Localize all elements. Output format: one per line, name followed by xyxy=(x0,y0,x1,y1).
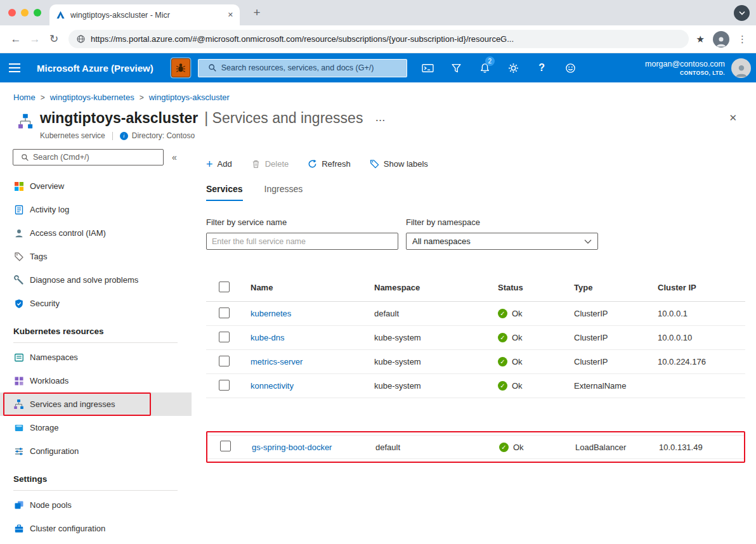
bookmark-star-icon[interactable]: ★ xyxy=(696,34,705,45)
sidebar-item-label: Diagnose and solve problems xyxy=(30,275,138,285)
namespace-filter-value: All namespaces xyxy=(412,236,471,246)
add-button[interactable]: + Add xyxy=(206,159,232,169)
person-icon xyxy=(13,228,24,238)
column-header-name[interactable]: Name xyxy=(251,283,374,292)
service-name-filter-label: Filter by service name xyxy=(206,217,398,227)
globe-icon xyxy=(76,34,86,44)
info-icon: i xyxy=(120,132,128,140)
tab-ingresses[interactable]: Ingresses xyxy=(264,184,303,201)
sidebar-item-services-and-ingresses[interactable]: Services and ingresses xyxy=(0,392,192,416)
namespace-filter-select[interactable]: All namespaces xyxy=(406,233,598,250)
column-header-cluster-ip[interactable]: Cluster IP xyxy=(658,283,745,292)
back-icon[interactable]: ← xyxy=(6,33,25,46)
filter-funnel-icon xyxy=(451,63,462,74)
sidebar-item-namespaces[interactable]: Namespaces xyxy=(0,346,192,369)
breadcrumb-separator: > xyxy=(140,93,144,102)
kubernetes-service-icon xyxy=(17,113,34,140)
settings-button[interactable] xyxy=(499,53,528,82)
sidebar-item-label: Security xyxy=(30,299,60,308)
collapse-menu-icon[interactable]: « xyxy=(172,152,177,162)
breadcrumb: Home > wingtiptoys-kubernetes > wingtipt… xyxy=(0,82,756,102)
service-link[interactable]: gs-spring-boot-docker xyxy=(252,443,332,452)
storage-icon xyxy=(13,422,24,433)
resource-menu: Search (Cmd+/) « Overview Activity log xyxy=(0,149,192,540)
show-labels-button[interactable]: Show labels xyxy=(370,159,428,169)
status-text: Ok xyxy=(512,381,523,391)
new-tab-button[interactable]: + xyxy=(249,6,265,20)
sidebar-item-overview[interactable]: Overview xyxy=(0,174,192,198)
browser-tab[interactable]: wingtiptoys-akscluster - Micr ✕ xyxy=(49,4,240,25)
sidebar-item-workloads[interactable]: Workloads xyxy=(0,369,192,392)
directory-filter-button[interactable] xyxy=(442,53,471,82)
page-title: wingtiptoys-akscluster xyxy=(40,110,198,127)
zoom-window-button[interactable] xyxy=(34,9,41,16)
browser-profile-menu-icon[interactable] xyxy=(734,5,750,21)
feedback-button[interactable] xyxy=(556,53,585,82)
azure-brand[interactable]: Microsoft Azure (Preview) xyxy=(37,63,153,74)
help-button[interactable]: ? xyxy=(528,53,556,82)
row-select-checkbox[interactable] xyxy=(219,380,230,391)
service-link[interactable]: konnectivity xyxy=(251,381,294,391)
table-row: kube-dns kube-system ✓Ok ClusterIP 10.0.… xyxy=(206,326,745,350)
refresh-button[interactable]: Refresh xyxy=(308,159,351,169)
column-header-type[interactable]: Type xyxy=(574,283,658,292)
bug-report-button[interactable] xyxy=(171,58,190,77)
window-controls xyxy=(8,9,41,16)
sidebar-search-input[interactable]: Search (Cmd+/) xyxy=(13,149,164,165)
notifications-button[interactable]: 2 xyxy=(471,53,499,82)
service-name-filter-input[interactable] xyxy=(206,233,398,250)
shield-icon xyxy=(13,298,24,309)
column-header-status[interactable]: Status xyxy=(498,283,574,292)
sidebar-item-label: Overview xyxy=(30,181,64,191)
services-ingresses-icon xyxy=(13,399,24,410)
breadcrumb-current[interactable]: wingtiptoys-akscluster xyxy=(149,93,230,102)
close-window-button[interactable] xyxy=(8,9,16,16)
account-info[interactable]: morgan@contoso.com CONTOSO, LTD. xyxy=(645,59,725,76)
search-icon xyxy=(21,153,29,162)
sidebar-item-storage[interactable]: Storage xyxy=(0,416,192,439)
global-search-input[interactable]: Search resources, services, and docs (G+… xyxy=(198,59,407,77)
forward-icon[interactable]: → xyxy=(25,33,44,46)
annotation-red-box: gs-spring-boot-docker default ✓Ok LoadBa… xyxy=(206,431,745,463)
row-select-checkbox[interactable] xyxy=(219,308,230,318)
status-text: Ok xyxy=(513,443,524,452)
breadcrumb-home[interactable]: Home xyxy=(13,93,36,102)
column-header-namespace[interactable]: Namespace xyxy=(374,283,498,292)
row-select-checkbox[interactable] xyxy=(220,441,231,451)
tab-close-icon[interactable]: ✕ xyxy=(228,11,233,19)
sidebar-item-security[interactable]: Security xyxy=(0,292,192,315)
content-tabs: Services Ingresses xyxy=(206,184,756,201)
breadcrumb-resource-group[interactable]: wingtiptoys-kubernetes xyxy=(50,93,134,102)
delete-button[interactable]: Delete xyxy=(251,159,289,169)
browser-menu-icon[interactable]: ⋮ xyxy=(738,34,747,45)
row-select-checkbox[interactable] xyxy=(219,356,230,366)
service-link[interactable]: kube-dns xyxy=(251,333,284,342)
sidebar-item-node-pools[interactable]: Node pools xyxy=(0,493,192,517)
sidebar-item-label: Configuration xyxy=(30,446,79,456)
sidebar-item-activity-log[interactable]: Activity log xyxy=(0,198,192,221)
address-bar[interactable]: https://ms.portal.azure.com/#@microsoft.… xyxy=(68,30,689,48)
sidebar-item-tags[interactable]: Tags xyxy=(0,245,192,268)
breadcrumb-separator: > xyxy=(41,93,45,102)
sidebar-item-access-control[interactable]: Access control (IAM) xyxy=(0,221,192,245)
cloud-shell-button[interactable] xyxy=(414,53,442,82)
sidebar-item-label: Services and ingresses xyxy=(30,399,115,409)
service-link[interactable]: kubernetes xyxy=(251,309,291,318)
service-link[interactable]: metrics-server xyxy=(251,357,303,366)
tab-services[interactable]: Services xyxy=(206,184,243,201)
notification-badge: 2 xyxy=(485,56,495,66)
sidebar-item-cluster-configuration[interactable]: Cluster configuration xyxy=(0,517,192,540)
portal-menu-icon[interactable] xyxy=(0,53,29,82)
reload-icon[interactable]: ↻ xyxy=(44,32,63,46)
close-blade-icon[interactable]: ✕ xyxy=(729,112,737,124)
sidebar-item-diagnose[interactable]: Diagnose and solve problems xyxy=(0,268,192,292)
browser-avatar[interactable] xyxy=(713,31,729,48)
row-select-checkbox[interactable] xyxy=(219,332,230,342)
select-all-checkbox[interactable] xyxy=(219,282,230,292)
more-options-icon[interactable]: ··· xyxy=(375,115,386,125)
services-table: Name Namespace Status Type Cluster IP ku… xyxy=(206,274,745,463)
namespace-filter-label: Filter by namespace xyxy=(406,217,598,227)
sidebar-item-configuration[interactable]: Configuration xyxy=(0,439,192,463)
account-avatar[interactable] xyxy=(731,58,751,78)
minimize-window-button[interactable] xyxy=(21,9,29,16)
